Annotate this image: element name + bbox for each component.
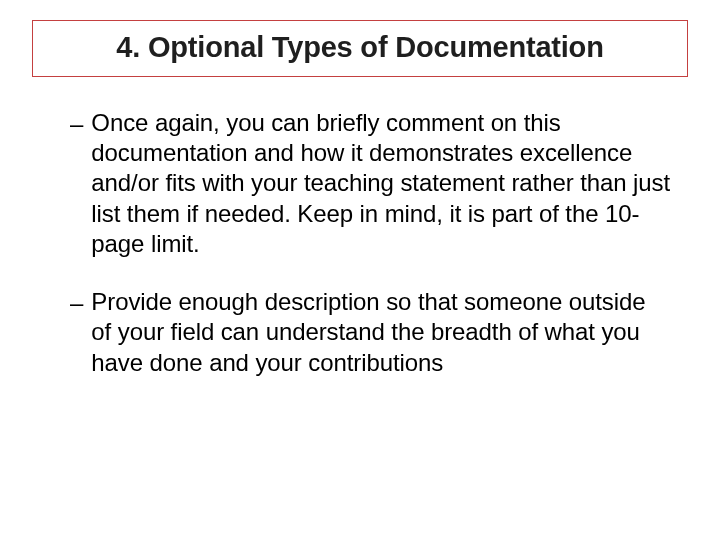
bullet-text: Provide enough description so that someo…	[91, 287, 670, 378]
title-container: 4. Optional Types of Documentation	[32, 20, 688, 77]
slide-title: 4. Optional Types of Documentation	[33, 31, 687, 64]
content-area: – Once again, you can briefly comment on…	[70, 108, 670, 406]
bullet-marker: –	[70, 287, 83, 378]
list-item: – Once again, you can briefly comment on…	[70, 108, 670, 259]
list-item: – Provide enough description so that som…	[70, 287, 670, 378]
bullet-marker: –	[70, 108, 83, 259]
bullet-text: Once again, you can briefly comment on t…	[91, 108, 670, 259]
